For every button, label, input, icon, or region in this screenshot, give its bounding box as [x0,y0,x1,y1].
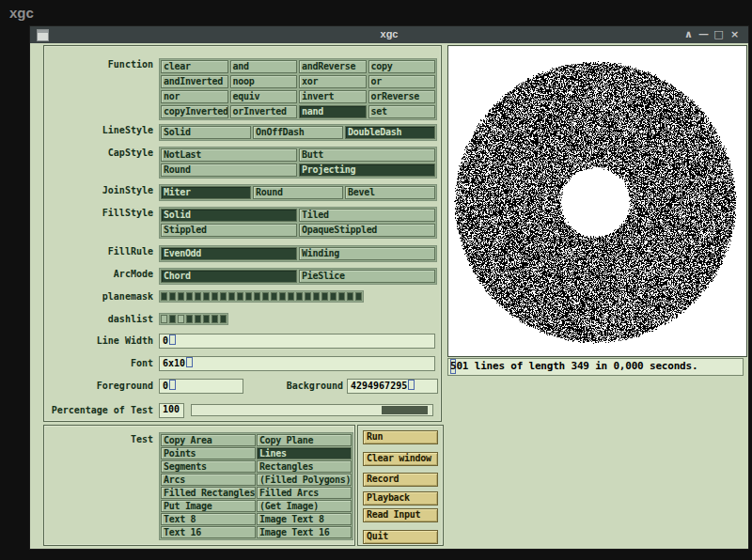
planemask-bit-8[interactable] [228,292,235,301]
function-option-and[interactable]: and [230,60,298,73]
function-option-nor[interactable]: nor [161,90,228,103]
function-option-or[interactable]: or [368,75,436,88]
planemask-bit-1[interactable] [169,292,176,301]
fillrule-option-evenodd[interactable]: EvenOdd [161,247,297,260]
function-option-orreverse[interactable]: orReverse [368,90,436,103]
command-clear-window[interactable]: Clear window [363,452,438,466]
planemask-bit-3[interactable] [186,292,193,301]
maximize-button[interactable]: □ [712,28,726,40]
planemask-bit-22[interactable] [347,292,353,301]
test-option-filled-rectangles[interactable]: Filled Rectangles [161,487,256,499]
function-option-clear[interactable]: clear [161,60,228,73]
planemask-bit-13[interactable] [271,292,277,301]
planemask-bit-17[interactable] [305,292,311,301]
arcmode-option-chord[interactable]: Chord [161,270,297,283]
function-option-orinverted[interactable]: orInverted [230,105,298,118]
function-option-nand[interactable]: nand [299,105,367,118]
dashlist-bit-6[interactable] [212,315,218,323]
function-option-andreverse[interactable]: andReverse [299,60,367,73]
dashlist-bit-7[interactable] [220,315,227,323]
planemask-bit-16[interactable] [296,292,303,301]
planemask-bit-18[interactable] [313,292,320,301]
planemask-bit-15[interactable] [288,292,294,301]
command-run[interactable]: Run [363,430,438,444]
linestyle-option-onoffdash[interactable]: OnOffDash [253,126,343,139]
test-option-text-16[interactable]: Text 16 [161,526,256,538]
planemask-bit-7[interactable] [220,292,227,301]
status-text[interactable]: 501 lines of length 349 in 0,000 seconds… [447,358,744,376]
joinstyle-option-miter[interactable]: Miter [161,186,251,199]
command-playback[interactable]: Playback [363,491,438,506]
dashlist-bit-2[interactable] [178,315,184,323]
joinstyle-option-round[interactable]: Round [253,186,343,199]
function-option-equiv[interactable]: equiv [230,90,298,103]
capstyle-option-projecting[interactable]: Projecting [299,163,435,177]
planemask-bit-0[interactable] [161,292,167,301]
capstyle-option-round[interactable]: Round [161,163,297,177]
fillstyle-option-stippled[interactable]: Stippled [161,224,297,237]
function-option-copyinverted[interactable]: copyInverted [161,105,228,118]
test-option-image-text-8[interactable]: Image Text 8 [257,513,352,525]
planemask-bit-2[interactable] [178,292,184,301]
function-option-invert[interactable]: invert [299,90,367,103]
capstyle-option-notlast[interactable]: NotLast [161,148,297,162]
function-option-andinverted[interactable]: andInverted [161,75,228,88]
command-record[interactable]: Record [363,473,438,487]
drawing-canvas[interactable] [448,46,744,354]
test-option-image-text-16[interactable]: Image Text 16 [257,526,352,538]
background-input[interactable]: 4294967295 [347,379,438,394]
fillstyle-option-opaquestippled[interactable]: OpaqueStippled [299,224,435,237]
test-option-get-image[interactable]: (Get Image) [257,500,352,512]
dashlist-bit-1[interactable] [169,315,176,323]
test-option-arcs[interactable]: Arcs [161,474,256,486]
function-option-noop[interactable]: noop [230,75,298,88]
fillstyle-option-tiled[interactable]: Tiled [299,209,435,222]
planemask-bit-12[interactable] [262,292,269,301]
dashlist-bit-4[interactable] [195,315,201,323]
fillrule-option-winding[interactable]: Winding [299,247,435,260]
test-option-filled-polygons[interactable]: (Filled Polygons) [257,474,352,486]
planemask-bit-21[interactable] [338,292,345,301]
test-option-filled-arcs[interactable]: Filled Arcs [257,487,352,499]
test-option-lines[interactable]: Lines [257,447,352,459]
function-option-set[interactable]: set [368,105,436,118]
capstyle-option-butt[interactable]: Butt [299,148,435,162]
test-option-rectangles[interactable]: Rectangles [257,460,352,473]
planemask-bit-4[interactable] [195,292,201,301]
dashlist-bit-0[interactable] [161,315,167,323]
planemask-bit-5[interactable] [203,292,210,301]
fillstyle-option-solid[interactable]: Solid [161,209,297,222]
planemask-bit-6[interactable] [212,292,218,301]
dashlist-bit-5[interactable] [203,315,210,323]
planemask-bit-23[interactable] [355,292,362,301]
line-width-input[interactable]: 0 [159,334,435,349]
percentage-slider[interactable] [191,404,433,416]
planemask-bit-20[interactable] [330,292,337,301]
test-option-text-8[interactable]: Text 8 [161,513,256,525]
command-read-input[interactable]: Read Input [363,508,438,522]
planemask-bit-14[interactable] [279,292,286,301]
command-quit[interactable]: Quit [363,530,438,544]
function-option-xor[interactable]: xor [299,75,367,88]
linestyle-option-doubledash[interactable]: DoubleDash [345,126,435,139]
arcmode-option-pieslice[interactable]: PieSlice [299,270,435,283]
foreground-input[interactable]: 0 [159,379,243,394]
test-option-segments[interactable]: Segments [161,460,256,473]
planemask-bit-9[interactable] [237,292,243,301]
planemask-bit-10[interactable] [245,292,252,301]
function-option-copy[interactable]: copy [368,60,436,73]
test-option-points[interactable]: Points [161,447,256,459]
minimize-button[interactable]: — [697,28,711,40]
planemask-bit-19[interactable] [321,292,328,301]
shade-button[interactable]: ∧ [682,28,696,40]
test-option-copy-area[interactable]: Copy Area [161,434,256,446]
test-option-put-image[interactable]: Put Image [161,500,256,512]
joinstyle-option-bevel[interactable]: Bevel [345,186,435,199]
test-option-copy-plane[interactable]: Copy Plane [257,434,352,446]
dashlist-bit-3[interactable] [186,315,193,323]
titlebar[interactable]: xgc ∧ — □ × [30,26,748,43]
linestyle-option-solid[interactable]: Solid [161,126,251,139]
close-button[interactable]: × [728,28,742,40]
slider-thumb[interactable] [382,406,428,414]
planemask-bit-11[interactable] [254,292,260,301]
